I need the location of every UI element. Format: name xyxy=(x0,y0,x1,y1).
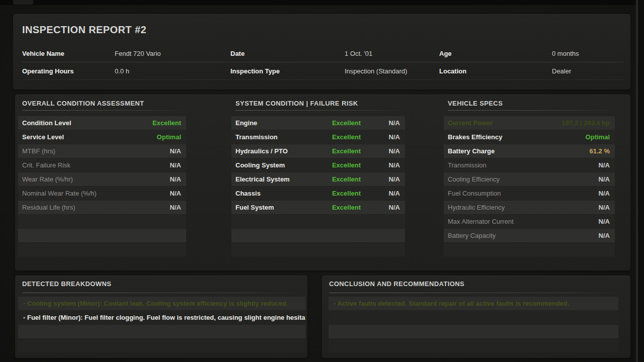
table-row[interactable]: Fuel System Excellent N/A xyxy=(231,201,405,214)
row-label: Transmission xyxy=(235,133,310,141)
title-underline xyxy=(235,110,405,111)
table-row[interactable]: Residual Life (hrs) N/A xyxy=(18,201,186,214)
table-row[interactable]: Cooling System Excellent N/A xyxy=(231,158,405,172)
breakdowns-title: DETECTED BREAKDOWNS xyxy=(22,280,111,288)
row-label: Chassis xyxy=(235,190,310,197)
empty-row xyxy=(18,215,186,228)
table-row[interactable]: Electrical System Excellent N/A xyxy=(231,172,405,186)
conclusion-text: - Active faults detected. Standard repai… xyxy=(334,300,569,307)
field-label-operating-hours: Operating Hours xyxy=(22,67,115,75)
table-row[interactable]: Crit. Failure Risk N/A xyxy=(18,158,186,172)
table-row[interactable]: Condition Level Excellent xyxy=(18,116,186,130)
field-value-age: 0 months xyxy=(552,50,623,57)
table-row[interactable]: Chassis Excellent N/A xyxy=(231,187,405,200)
field-value-operating-hours: 0.0 h xyxy=(115,67,230,75)
table-row[interactable]: Hydraulic Efficiency N/A xyxy=(444,201,615,214)
row-risk: N/A xyxy=(361,190,400,197)
field-label-date: Date xyxy=(230,50,345,57)
header-fields-grid: Vehicle Name Fendt 720 Vario Date 1 Oct.… xyxy=(22,45,623,80)
empty-row xyxy=(329,339,618,352)
row-value: N/A xyxy=(599,204,610,211)
panel-system-condition: SYSTEM CONDITION | FAILURE RISK Engine E… xyxy=(231,100,405,257)
table-row[interactable]: Battery Capacity N/A xyxy=(444,229,615,242)
row-value: N/A xyxy=(170,175,181,183)
empty-row xyxy=(231,215,405,228)
table-row[interactable]: Battery Charge 61.2 % xyxy=(444,144,615,158)
table-row[interactable]: MTBF (hrs) N/A xyxy=(18,144,186,158)
field-label-vehicle-name: Vehicle Name xyxy=(22,50,115,57)
empty-row xyxy=(444,243,615,256)
row-value: N/A xyxy=(599,175,610,183)
row-label: Nominal Wear Rate (%/h) xyxy=(22,190,170,197)
top-window-strip xyxy=(0,0,644,5)
empty-row xyxy=(18,325,305,338)
row-value: 61.2 % xyxy=(590,147,610,155)
table-row[interactable]: Engine Excellent N/A xyxy=(231,116,405,130)
breakdown-text: - Cooling system (Minor): Coolant leak. … xyxy=(23,300,288,307)
panel-specs-title: VEHICLE SPECS xyxy=(444,100,615,107)
row-label: Cooling System xyxy=(235,161,310,169)
table-row[interactable]: Transmission N/A xyxy=(444,158,615,172)
table-row[interactable]: Transmission Excellent N/A xyxy=(231,130,405,144)
table-row[interactable]: Max Alternator Current N/A xyxy=(444,215,615,228)
row-condition: Excellent xyxy=(310,119,361,127)
system-rows: Engine Excellent N/A Transmission Excell… xyxy=(231,116,405,256)
table-row[interactable]: Cooling Efficiency N/A xyxy=(444,172,615,186)
table-row[interactable]: Brakes Efficiency Optimal xyxy=(444,130,615,144)
row-label: Max Alternator Current xyxy=(448,218,599,225)
row-condition: Excellent xyxy=(310,175,361,183)
empty-row xyxy=(18,229,186,242)
row-label: Transmission xyxy=(448,161,599,169)
table-row[interactable]: Nominal Wear Rate (%/h) N/A xyxy=(18,187,186,200)
empty-row xyxy=(18,243,186,256)
field-value-location: Dealer xyxy=(552,67,623,75)
row-label: Battery Charge xyxy=(448,147,590,155)
row-risk: N/A xyxy=(361,133,400,141)
row-value: N/A xyxy=(170,204,181,211)
row-value: Excellent xyxy=(152,119,181,127)
title-underline xyxy=(329,293,624,293)
title-underline xyxy=(448,110,615,111)
detected-breakdowns-card: DETECTED BREAKDOWNS - Cooling system (Mi… xyxy=(15,276,307,358)
row-label: Service Level xyxy=(22,133,157,141)
breakdowns-rows: - Cooling system (Minor): Coolant leak. … xyxy=(18,297,305,353)
right-page-margin xyxy=(638,0,644,362)
row-value: 197.3 | 203.4 hp xyxy=(562,119,610,127)
assessment-section-card: OVERALL CONDITION ASSESSMENT Condition L… xyxy=(15,95,630,270)
row-condition: Excellent xyxy=(310,147,361,155)
row-label: Battery Capacity xyxy=(448,232,599,239)
table-row[interactable]: Service Level Optimal xyxy=(18,130,186,144)
field-label-location: Location xyxy=(439,67,552,75)
row-label: Fuel System xyxy=(235,204,310,211)
breakdown-row[interactable]: - Fuel filter (Minor): Fuel filter clogg… xyxy=(18,311,305,324)
panel-vehicle-specs: VEHICLE SPECS Current Power 197.3 | 203.… xyxy=(444,100,615,257)
row-label: Hydraulics / PTO xyxy=(235,147,310,155)
field-label-inspection-type: Inspection Type xyxy=(230,67,345,75)
row-value: N/A xyxy=(599,161,610,169)
conclusion-row-selected[interactable]: - Active faults detected. Standard repai… xyxy=(329,297,618,310)
row-label: MTBF (hrs) xyxy=(22,147,170,155)
row-risk: N/A xyxy=(361,175,400,183)
table-row-selected[interactable]: Current Power 197.3 | 203.4 hp xyxy=(444,116,615,130)
table-row[interactable]: Wear Rate (%/hr) N/A xyxy=(18,172,186,186)
empty-row xyxy=(231,229,405,242)
row-label: Hydraulic Efficiency xyxy=(448,204,599,211)
table-row[interactable]: Hydraulics / PTO Excellent N/A xyxy=(231,144,405,158)
row-value: N/A xyxy=(599,190,610,197)
row-label: Engine xyxy=(235,119,310,127)
row-condition: Excellent xyxy=(310,204,361,211)
tab-remnant xyxy=(13,0,33,5)
conclusion-title: CONCLUSION AND RECOMMENDATIONS xyxy=(329,280,464,288)
header-row-1: Vehicle Name Fendt 720 Vario Date 1 Oct.… xyxy=(22,45,623,62)
empty-row xyxy=(231,243,405,256)
row-value: N/A xyxy=(170,147,181,155)
table-row[interactable]: Fuel Consumption N/A xyxy=(444,187,615,200)
overall-rows: Condition Level Excellent Service Level … xyxy=(18,116,186,256)
specs-rows: Current Power 197.3 | 203.4 hp Brakes Ef… xyxy=(444,116,615,256)
row-value: Optimal xyxy=(157,133,181,141)
breakdown-row-selected[interactable]: - Cooling system (Minor): Coolant leak. … xyxy=(18,297,305,310)
row-condition: Excellent xyxy=(310,133,361,141)
field-label-age: Age xyxy=(439,50,552,57)
row-risk: N/A xyxy=(361,204,400,211)
row-value: N/A xyxy=(599,232,610,239)
